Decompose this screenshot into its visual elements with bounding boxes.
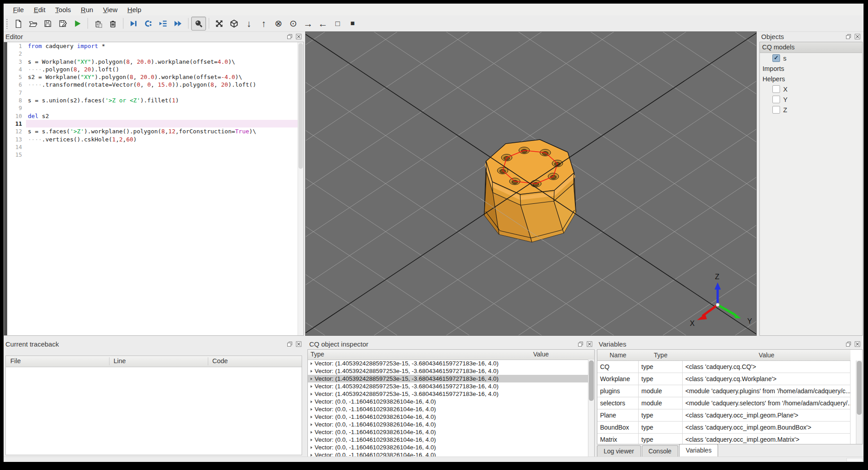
bottom-view-button[interactable]: ↑ [256, 17, 271, 31]
shaded-button[interactable]: ■ [345, 17, 360, 31]
tab-console[interactable]: Console [642, 445, 678, 457]
save-as-button[interactable] [55, 17, 70, 31]
menu-run[interactable]: Run [76, 4, 98, 15]
menu-edit[interactable]: Edit [29, 4, 50, 15]
step-button[interactable] [141, 17, 156, 31]
variables-cell[interactable]: module [639, 397, 683, 409]
variables-cell[interactable]: type [639, 422, 683, 434]
variables-cell[interactable]: <class 'cadquery.occ_impl.geom.Plane'> [683, 409, 850, 422]
tab-variables[interactable]: Variables [679, 444, 718, 457]
variables-scrollbar[interactable] [856, 360, 862, 444]
tree-item-helpers[interactable]: Helpers [760, 74, 862, 84]
expand-arrow-icon[interactable] [311, 446, 312, 449]
float-button[interactable] [577, 340, 584, 348]
inspector-row[interactable]: Vector: (1.4053924288597253e-15, -3.6804… [308, 360, 588, 367]
variables-cell[interactable]: <class 'cadquery.cq.CQ'> [683, 361, 850, 373]
inspector-row[interactable]: Vector: (0.0, -1.1604610293826104e-16, 4… [308, 413, 588, 421]
expand-arrow-icon[interactable] [311, 385, 312, 388]
variables-cell[interactable]: module [639, 385, 683, 397]
cad-model[interactable] [484, 140, 576, 242]
resize-grip[interactable] [846, 458, 863, 462]
float-button[interactable] [286, 33, 294, 40]
tree-item-y[interactable]: Y [760, 94, 862, 105]
close-button[interactable] [295, 340, 302, 348]
checkbox-s[interactable] [772, 54, 780, 62]
variables-cell[interactable]: <class 'cadquery.occ_impl.geom.Matrix'> [683, 434, 850, 444]
expand-arrow-icon[interactable] [311, 439, 312, 441]
variables-cell[interactable]: type [639, 373, 683, 385]
variables-cell[interactable]: <class 'cadquery.occ_impl.geom.BoundBox'… [683, 422, 850, 434]
expand-arrow-icon[interactable] [311, 423, 312, 426]
variables-cell[interactable]: type [639, 361, 683, 373]
inspector-row[interactable]: Vector: (0.0, -1.1604610293826104e-16, 4… [308, 398, 588, 405]
menu-file[interactable]: File [8, 4, 29, 15]
variables-col-name[interactable]: Name [597, 350, 639, 361]
variables-col-value[interactable]: Value [683, 350, 850, 361]
left-view-button[interactable]: → [301, 17, 316, 31]
save-button[interactable] [40, 17, 55, 31]
iso-view-button[interactable] [227, 17, 241, 31]
inspector-row[interactable]: Vector: (1.4053924288597253e-15, -3.6804… [308, 367, 588, 375]
inspector-row[interactable]: Vector: (1.4053924288597253e-15, -3.6804… [308, 382, 588, 390]
variables-cell[interactable]: <module 'cadquery.plugins' from '/home/a… [683, 385, 850, 397]
expand-arrow-icon[interactable] [311, 370, 312, 373]
tab-log-viewer[interactable]: Log viewer [597, 445, 641, 457]
checkbox-z[interactable] [772, 106, 780, 114]
right-view-button[interactable]: ← [316, 17, 330, 31]
float-button[interactable] [845, 340, 852, 348]
checkbox-x[interactable] [772, 85, 780, 93]
tree-item-imports[interactable]: Imports [760, 63, 862, 74]
variables-cell[interactable]: plugins [597, 385, 639, 397]
inspector-row[interactable]: Vector: (0.0, -1.1604610293826104e-16, 4… [308, 405, 588, 413]
variables-cell[interactable]: type [639, 434, 683, 444]
variables-col-type[interactable]: Type [639, 350, 683, 361]
expand-arrow-icon[interactable] [311, 378, 312, 380]
debug-button[interactable] [126, 17, 141, 31]
zoom-button[interactable] [191, 17, 206, 31]
menu-view[interactable]: View [98, 4, 123, 15]
variables-cell[interactable]: type [639, 409, 683, 422]
inspector-col-type[interactable]: Type [311, 351, 324, 358]
inspector-row[interactable]: Vector: (1.4053924288597253e-15, -3.6804… [308, 390, 588, 398]
render-button[interactable] [70, 17, 85, 31]
inspector-row[interactable]: Vector: (0.0, -1.1604610293826104e-16, 4… [308, 436, 588, 444]
variables-cell[interactable]: Workplane [597, 373, 639, 385]
menu-help[interactable]: Help [123, 4, 146, 15]
front-view-button[interactable]: ⊗ [271, 17, 286, 31]
traceback-col-code[interactable]: Code [212, 357, 228, 365]
close-button[interactable] [295, 33, 302, 40]
inspector-col-value[interactable]: Value [533, 351, 549, 358]
tree-item-x[interactable]: X [760, 84, 862, 94]
expand-arrow-icon[interactable] [311, 408, 312, 411]
clear-all-button[interactable] [105, 17, 120, 31]
inspector-scrollbar[interactable] [588, 360, 594, 457]
expand-arrow-icon[interactable] [311, 431, 312, 434]
float-button[interactable] [286, 340, 294, 348]
inspector-row[interactable]: Vector: (0.0, -1.1604610293826104e-16, 4… [308, 428, 588, 436]
expand-arrow-icon[interactable] [311, 416, 312, 418]
back-view-button[interactable]: ⊙ [286, 17, 301, 31]
expand-arrow-icon[interactable] [311, 400, 312, 403]
checkbox-y[interactable] [772, 96, 780, 103]
code-editor[interactable]: 1from cadquery import *23s = Workplane("… [4, 42, 303, 335]
variables-cell[interactable]: <class 'cadquery.cq.Workplane'> [683, 373, 850, 385]
tree-item-s[interactable]: s [760, 53, 862, 63]
expand-arrow-icon[interactable] [311, 393, 312, 395]
variables-cell[interactable]: BoundBox [597, 422, 639, 434]
variables-cell[interactable]: Plane [597, 409, 639, 422]
close-button[interactable] [586, 340, 593, 348]
tree-item-z[interactable]: Z [760, 105, 862, 115]
continue-button[interactable] [171, 17, 185, 31]
expand-arrow-icon[interactable] [311, 362, 312, 365]
variables-cell[interactable]: CQ [597, 361, 639, 373]
top-view-button[interactable]: ↓ [241, 17, 256, 31]
inspector-row[interactable]: Vector: (0.0, -1.1604610293826104e-16, 4… [308, 444, 588, 451]
variables-cell[interactable]: <module 'cadquery.selectors' from '/home… [683, 397, 850, 409]
float-button[interactable] [845, 33, 852, 40]
step-next-button[interactable] [156, 17, 171, 31]
variables-cell[interactable]: Matrix [597, 434, 639, 444]
traceback-col-line[interactable]: Line [114, 357, 126, 365]
inspector-row[interactable]: Vector: (1.4053924288597253e-15, -3.6804… [308, 375, 588, 382]
inspector-row[interactable]: Vector: (0.0, -1.1604610293826104e-16, 4… [308, 421, 588, 428]
wireframe-button[interactable]: □ [330, 17, 345, 31]
